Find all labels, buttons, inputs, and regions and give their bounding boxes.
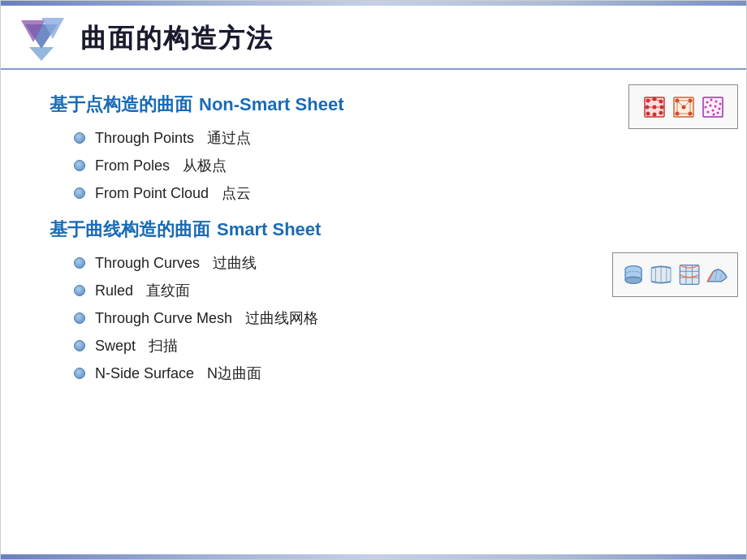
item-cn: 过曲线 xyxy=(209,255,257,271)
section1-list: Through Points 通过点 From Poles 从极点 From P… xyxy=(74,128,722,203)
svg-point-42 xyxy=(712,113,715,115)
list-item: Swept 扫描 xyxy=(74,336,722,355)
item-text: Ruled 直纹面 xyxy=(95,281,190,300)
item-cn: 直纹面 xyxy=(142,282,190,299)
bullet-dot-icon xyxy=(74,132,85,144)
svg-point-33 xyxy=(715,100,717,102)
bullet-dot-icon xyxy=(74,285,85,296)
slide: 曲面的构造方法 基于点构造的曲面 Non-Smart Sheet Through… xyxy=(0,0,747,560)
item-en: N-Side Surface xyxy=(95,365,194,381)
from-poles-icon xyxy=(671,94,697,120)
ruled-icon xyxy=(649,261,673,289)
bullet-dot-icon xyxy=(74,257,85,269)
header: 曲面的构造方法 xyxy=(1,9,746,70)
section2-heading-cn: 基于曲线构造的曲面 xyxy=(50,218,210,242)
svg-point-47 xyxy=(625,277,641,283)
item-text: From Point Cloud 点云 xyxy=(95,183,251,203)
svg-rect-54 xyxy=(650,266,672,282)
svg-point-40 xyxy=(711,109,714,111)
point-cloud-icon xyxy=(700,94,726,120)
svg-point-41 xyxy=(716,111,719,114)
list-item: Through Points 通过点 xyxy=(74,128,722,148)
list-item: N-Side Surface N边曲面 xyxy=(74,364,722,383)
top-bar xyxy=(1,1,746,6)
svg-point-11 xyxy=(646,111,650,115)
section1-heading-en: Non-Smart Sheet xyxy=(199,94,343,115)
svg-point-38 xyxy=(718,107,720,110)
svg-point-31 xyxy=(706,101,708,103)
item-cn: N边曲面 xyxy=(203,365,261,381)
item-en: Through Points xyxy=(95,130,194,146)
item-en: From Poles xyxy=(95,157,170,174)
non-smart-sheet-icon-box xyxy=(628,84,738,129)
through-curves-icon xyxy=(621,261,646,289)
item-text: Through Points 通过点 xyxy=(95,128,251,148)
item-cn: 点云 xyxy=(218,185,251,201)
item-text: From Poles 从极点 xyxy=(95,156,227,175)
section2-heading: 基于曲线构造的曲面 Smart Sheet xyxy=(50,218,722,242)
bullet-dot-icon xyxy=(74,312,85,324)
bullet-dot-icon xyxy=(74,160,85,171)
item-text: N-Side Surface N边曲面 xyxy=(95,364,261,383)
svg-point-34 xyxy=(719,102,721,105)
bottom-bar xyxy=(1,554,746,559)
section1: 基于点构造的曲面 Non-Smart Sheet Through Points … xyxy=(50,93,722,203)
svg-point-36 xyxy=(709,104,711,106)
section2: 基于曲线构造的曲面 Smart Sheet Through Curves 过曲线… xyxy=(50,218,722,383)
bullet-dot-icon xyxy=(74,340,85,351)
smart-sheet-icon-box xyxy=(612,252,738,297)
item-en: From Point Cloud xyxy=(95,185,209,201)
svg-point-39 xyxy=(706,110,709,113)
item-en: Ruled xyxy=(95,282,133,299)
list-item: From Poles 从极点 xyxy=(74,156,722,175)
item-en: Swept xyxy=(95,338,136,354)
section2-heading-en: Smart Sheet xyxy=(217,219,321,240)
bullet-dot-icon xyxy=(74,187,85,199)
item-cn: 从极点 xyxy=(179,157,227,174)
logo-icon xyxy=(17,16,66,61)
through-curve-mesh-icon xyxy=(677,261,702,289)
list-item: From Point Cloud 点云 xyxy=(74,183,722,203)
page-title: 曲面的构造方法 xyxy=(80,21,274,57)
through-points-icon xyxy=(641,94,667,120)
item-en: Through Curve Mesh xyxy=(95,310,232,326)
swept-icon xyxy=(705,261,729,289)
svg-point-13 xyxy=(658,110,663,114)
item-text: Swept 扫描 xyxy=(95,336,178,355)
main-content: 基于点构造的曲面 Non-Smart Sheet Through Points … xyxy=(50,78,722,543)
item-cn: 扫描 xyxy=(145,338,178,354)
svg-point-12 xyxy=(652,112,656,116)
list-item: Through Curve Mesh 过曲线网格 xyxy=(74,308,722,328)
svg-point-37 xyxy=(714,105,716,107)
svg-marker-3 xyxy=(29,47,54,61)
item-cn: 通过点 xyxy=(203,130,251,146)
item-text: Through Curve Mesh 过曲线网格 xyxy=(95,308,318,328)
section1-heading: 基于点构造的曲面 Non-Smart Sheet xyxy=(50,93,722,117)
item-en: Through Curves xyxy=(95,255,200,271)
svg-point-32 xyxy=(710,98,712,101)
bullet-dot-icon xyxy=(74,368,85,379)
item-cn: 过曲线网格 xyxy=(241,310,318,326)
svg-point-35 xyxy=(704,106,706,108)
section1-heading-cn: 基于点构造的曲面 xyxy=(50,93,192,117)
item-text: Through Curves 过曲线 xyxy=(95,253,257,273)
